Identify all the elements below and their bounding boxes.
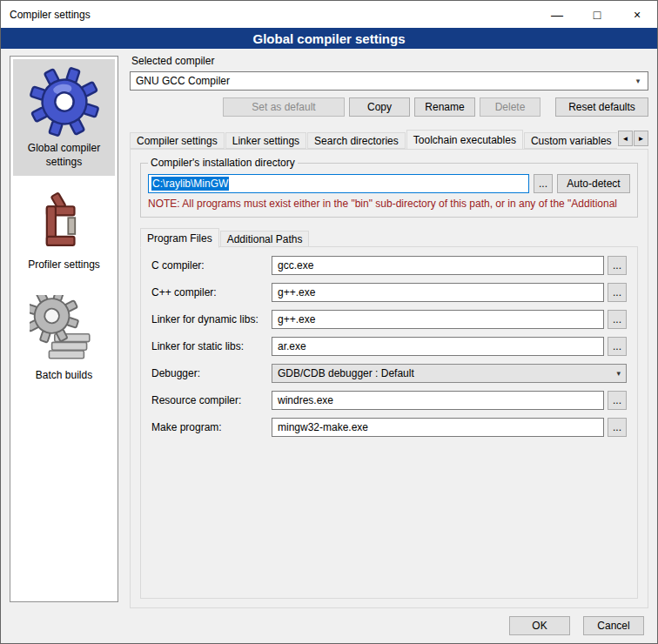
rename-button[interactable]: Rename (414, 97, 475, 117)
delete-button[interactable]: Delete (480, 97, 540, 117)
browse-button[interactable]: ... (608, 283, 627, 302)
c-compiler-input[interactable]: gcc.exe (272, 256, 604, 275)
tab-custom-variables[interactable]: Custom variables (524, 132, 617, 149)
chevron-down-icon: ▾ (632, 77, 644, 85)
debugger-label: Debugger: (151, 367, 272, 379)
toolchain-executables-panel: Compiler's installation directory C:\ray… (130, 149, 648, 608)
tab-compiler-settings[interactable]: Compiler settings (130, 132, 225, 149)
debugger-select-value: GDB/CDB debugger : Default (278, 367, 414, 379)
sidebar-item-global-compiler-settings[interactable]: Global compiler settings (13, 59, 115, 176)
auto-detect-button[interactable]: Auto-detect (557, 174, 630, 193)
cancel-button[interactable]: Cancel (583, 616, 644, 635)
field-row-static-linker: Linker for static libs: ar.exe ... (151, 337, 627, 356)
close-button[interactable]: × (617, 1, 657, 28)
installation-directory-input[interactable]: C:\raylib\MinGW (148, 174, 529, 193)
profiler-icon (33, 191, 96, 254)
sidebar-item-label: Global compiler settings (15, 142, 113, 169)
static-linker-label: Linker for static libs: (151, 340, 272, 352)
c-compiler-label: C compiler: (151, 259, 272, 272)
main-tab-bar: Compiler settings Linker settings Search… (130, 129, 648, 149)
main-area: Selected compiler GNU GCC Compiler ▾ Set… (130, 55, 648, 608)
chevron-down-icon: ▾ (616, 369, 621, 378)
browse-directory-button[interactable]: ... (534, 174, 553, 193)
browse-button[interactable]: ... (608, 256, 627, 275)
window-controls: — □ × (537, 1, 657, 28)
sidebar-item-batch-builds[interactable]: Batch builds (13, 288, 115, 390)
titlebar: Compiler settings — □ × (1, 1, 657, 28)
resource-compiler-label: Resource compiler: (151, 394, 272, 406)
bin-subdirectory-note: NOTE: All programs must exist either in … (148, 198, 630, 210)
sidebar-item-label: Batch builds (36, 369, 92, 383)
installation-directory-group: Compiler's installation directory C:\ray… (140, 157, 638, 218)
ok-button[interactable]: OK (509, 616, 570, 635)
compiler-gear-icon (29, 66, 100, 138)
dynamic-linker-label: Linker for dynamic libs: (151, 313, 272, 325)
make-program-label: Make program: (151, 421, 272, 433)
field-row-c-compiler: C compiler: gcc.exe ... (151, 256, 627, 275)
cpp-compiler-label: C++ compiler: (151, 286, 272, 299)
compiler-settings-window: Compiler settings — □ × Global compiler … (0, 0, 658, 644)
tab-linker-settings[interactable]: Linker settings (225, 132, 306, 149)
tab-scroll-right-icon[interactable]: ► (634, 131, 648, 146)
make-program-input[interactable]: mingw32-make.exe (272, 418, 604, 437)
dialog-footer: OK Cancel (509, 616, 644, 635)
sidebar-item-label: Profiler settings (28, 258, 100, 272)
field-row-resource-compiler: Resource compiler: windres.exe ... (151, 391, 627, 410)
dynamic-linker-input[interactable]: g++.exe (272, 310, 604, 329)
installation-directory-legend: Compiler's installation directory (148, 157, 298, 169)
field-row-debugger: Debugger: GDB/CDB debugger : Default ▾ (151, 364, 627, 383)
browse-button[interactable]: ... (608, 418, 627, 437)
sidebar-item-profiler-settings[interactable]: Profiler settings (13, 184, 115, 279)
selected-compiler-label: Selected compiler (131, 55, 648, 67)
installation-directory-value: C:\raylib\MinGW (151, 177, 229, 191)
tab-scroll-left-icon[interactable]: ◄ (618, 131, 633, 146)
resource-compiler-input[interactable]: windres.exe (272, 391, 604, 410)
browse-button[interactable]: ... (608, 337, 627, 356)
tab-strip: Compiler settings Linker settings Search… (130, 130, 617, 149)
browse-button[interactable]: ... (608, 391, 627, 410)
installation-directory-row: C:\raylib\MinGW ... Auto-detect (148, 174, 630, 193)
compiler-select-value: GNU GCC Compiler (136, 75, 230, 87)
tab-search-directories[interactable]: Search directories (307, 132, 406, 149)
set-as-default-button[interactable]: Set as default (223, 97, 345, 117)
dialog-header: Global compiler settings (1, 28, 657, 49)
field-row-dynamic-linker: Linker for dynamic libs: g++.exe ... (151, 310, 627, 329)
tab-program-files[interactable]: Program Files (140, 228, 219, 248)
field-row-make-program: Make program: mingw32-make.exe ... (151, 418, 627, 437)
window-title: Compiler settings (10, 9, 91, 21)
browse-button[interactable]: ... (608, 310, 627, 329)
settings-sidebar: Global compiler settings Profiler settin… (10, 56, 118, 602)
tab-additional-paths[interactable]: Additional Paths (220, 231, 310, 247)
debugger-select[interactable]: GDB/CDB debugger : Default ▾ (272, 364, 627, 383)
static-linker-input[interactable]: ar.exe (272, 337, 604, 356)
batch-builds-icon (30, 295, 99, 365)
minimize-button[interactable]: — (537, 1, 577, 28)
compiler-select[interactable]: GNU GCC Compiler ▾ (130, 71, 648, 91)
cpp-compiler-input[interactable]: g++.exe (272, 283, 604, 302)
sub-tab-bar: Program Files Additional Paths (140, 227, 638, 247)
reset-defaults-button[interactable]: Reset defaults (555, 97, 648, 117)
compiler-buttons: Set as default Copy Rename Delete Reset … (130, 97, 648, 117)
tab-scroll-buttons: ◄ ► (618, 131, 648, 146)
field-row-cpp-compiler: C++ compiler: g++.exe ... (151, 283, 627, 302)
program-files-panel: C compiler: gcc.exe ... C++ compiler: g+… (140, 246, 638, 599)
copy-button[interactable]: Copy (349, 97, 410, 117)
tab-toolchain-executables[interactable]: Toolchain executables (406, 130, 523, 149)
maximize-button[interactable]: □ (577, 1, 617, 28)
